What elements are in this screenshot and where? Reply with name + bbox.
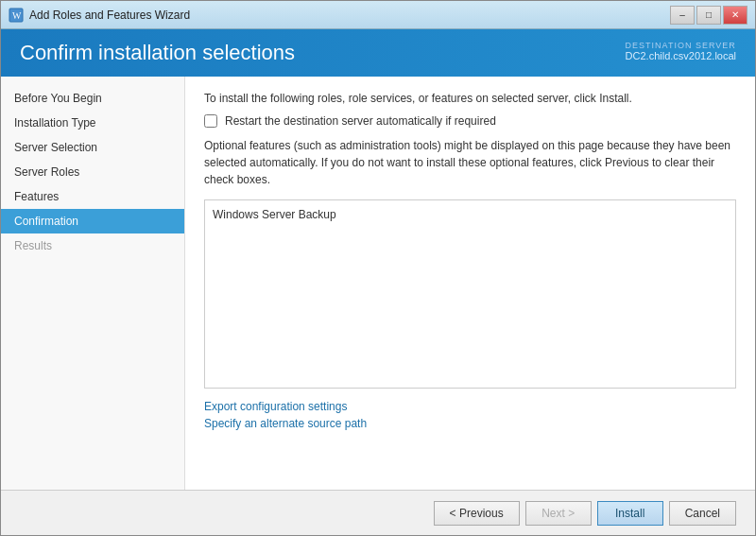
alternate-source-link[interactable]: Specify an alternate source path [204, 417, 736, 430]
main-content: Before You Begin Installation Type Serve… [1, 77, 755, 490]
export-config-link[interactable]: Export configuration settings [204, 400, 736, 413]
content-panel: To install the following roles, role ser… [185, 77, 755, 490]
sidebar-item-server-selection[interactable]: Server Selection [1, 135, 184, 160]
install-button[interactable]: Install [597, 501, 663, 526]
close-button[interactable]: ✕ [723, 6, 747, 25]
footer-bar: < Previous Next > Install Cancel [1, 490, 755, 535]
sidebar-item-features[interactable]: Features [1, 184, 184, 209]
window-title: Add Roles and Features Wizard [29, 9, 190, 22]
header-bar: Confirm installation selections DESTINAT… [1, 29, 755, 77]
sidebar-item-confirmation[interactable]: Confirmation [1, 209, 184, 233]
wizard-window: W Add Roles and Features Wizard – □ ✕ Co… [0, 0, 756, 536]
sidebar-item-label: Server Selection [14, 141, 97, 154]
features-box: Windows Server Backup [204, 199, 736, 389]
sidebar-item-label: Features [14, 190, 59, 203]
destination-label: DESTINATION SERVER [626, 41, 736, 50]
sidebar-item-label: Server Roles [14, 165, 79, 179]
sidebar-item-label: Results [14, 239, 52, 252]
restart-checkbox-row: Restart the destination server automatic… [204, 114, 736, 128]
sidebar-item-installation-type[interactable]: Installation Type [1, 111, 184, 135]
sidebar-item-results: Results [1, 233, 184, 258]
sidebar-item-label: Confirmation [14, 215, 78, 228]
sidebar-item-before-you-begin[interactable]: Before You Begin [1, 86, 184, 111]
restart-label: Restart the destination server automatic… [225, 114, 496, 128]
title-bar-controls: – □ ✕ [670, 6, 747, 25]
instruction-text: To install the following roles, role ser… [204, 92, 736, 105]
optional-text: Optional features (such as administratio… [204, 137, 736, 188]
content-area: Confirm installation selections DESTINAT… [1, 29, 755, 535]
cancel-button[interactable]: Cancel [669, 501, 736, 526]
sidebar-item-label: Installation Type [14, 116, 96, 130]
svg-text:W: W [12, 10, 22, 21]
page-title: Confirm installation selections [20, 41, 295, 65]
sidebar-item-label: Before You Begin [14, 92, 102, 105]
sidebar-item-server-roles[interactable]: Server Roles [1, 160, 184, 184]
title-bar-left: W Add Roles and Features Wizard [9, 8, 190, 23]
maximize-button[interactable]: □ [696, 6, 721, 25]
feature-item: Windows Server Backup [213, 208, 728, 221]
wizard-icon: W [9, 8, 24, 23]
minimize-button[interactable]: – [670, 6, 695, 25]
destination-server-info: DESTINATION SERVER DC2.child.csv2012.loc… [626, 41, 736, 61]
restart-checkbox[interactable] [204, 114, 217, 128]
next-button[interactable]: Next > [525, 501, 592, 526]
title-bar: W Add Roles and Features Wizard – □ ✕ [1, 1, 755, 29]
sidebar: Before You Begin Installation Type Serve… [1, 77, 185, 490]
previous-button[interactable]: < Previous [434, 501, 520, 526]
destination-server-name: DC2.child.csv2012.local [626, 50, 736, 61]
